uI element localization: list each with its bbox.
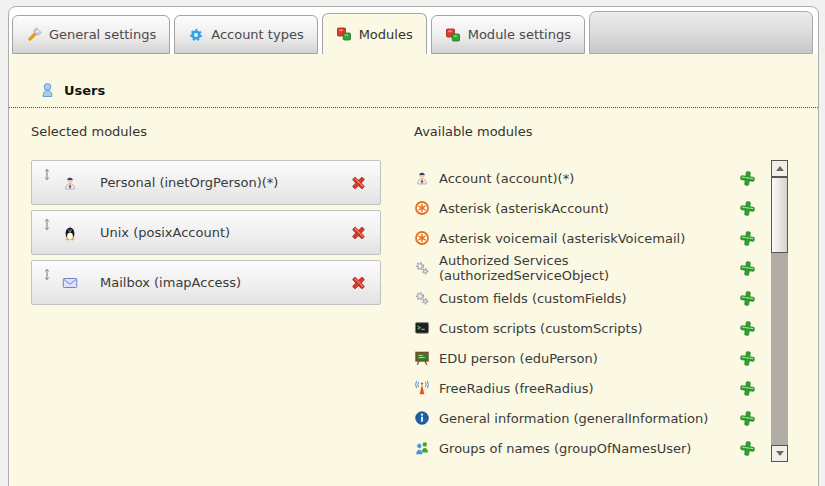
add-plus-icon [739,380,756,397]
add-module-button[interactable] [739,320,756,337]
available-module-row-general-information: General information (generalInformation) [414,403,771,433]
gear-icon [188,27,204,43]
add-module-button[interactable] [739,260,756,277]
scrollbar-up-button[interactable] [771,160,788,177]
add-plus-icon [739,260,756,277]
available-module-row-freeradius: FreeRadius (freeRadius) [414,373,771,403]
tab-label: General settings [49,27,156,42]
add-module-button[interactable] [739,380,756,397]
module-label: Asterisk (asteriskAccount) [439,201,739,216]
remove-module-button[interactable] [350,174,367,191]
module-label: Custom fields (customFields) [439,291,739,306]
delete-x-icon [350,174,367,191]
wrench-icon [26,27,42,43]
module-label: FreeRadius (freeRadius) [439,381,739,396]
mail-icon [62,275,78,291]
tab-modules[interactable]: Modules [322,13,427,54]
drag-handle-icon[interactable] [42,218,52,231]
drag-handle-icon[interactable] [42,268,52,281]
tab-bar: General settings Account types Modules M… [9,7,818,54]
available-modules-label: Available modules [414,124,788,139]
module-label: EDU person (eduPerson) [439,351,739,366]
tab-label: Account types [211,27,303,42]
drag-handle-icon[interactable] [42,168,52,181]
add-module-button[interactable] [739,230,756,247]
info-icon [414,410,430,426]
selected-module-row-unix[interactable]: Unix (posixAccount) [31,210,381,255]
tab-account-types[interactable]: Account types [174,15,317,54]
asterisk-icon [414,230,430,246]
selected-modules-list: Personal (inetOrgPerson)(*) Unix (posixA… [31,160,381,305]
tab-label: Module settings [468,27,571,42]
add-plus-icon [739,440,756,457]
delete-x-icon [350,274,367,291]
add-module-button[interactable] [739,350,756,367]
module-label: Groups of names (groupOfNamesUser) [439,441,739,456]
available-module-row-account: Account (account)(*) [414,163,771,193]
users-section-heading: Users [9,82,818,108]
modules-icon [336,26,352,42]
modules-tab-content: Users Selected modules Personal (inetOrg… [9,54,818,486]
module-label: Authorized Services (authorizedServiceOb… [439,253,739,283]
available-module-row-groups-of-names: Groups of names (groupOfNamesUser) [414,433,771,463]
module-label: Account (account)(*) [439,171,739,186]
module-label: Custom scripts (customScripts) [439,321,739,336]
add-module-button[interactable] [739,290,756,307]
add-module-button[interactable] [739,410,756,427]
remove-module-button[interactable] [350,224,367,241]
add-plus-icon [739,170,756,187]
scrollbar-down-button[interactable] [771,445,788,462]
available-module-row-custom-fields: Custom fields (customFields) [414,283,771,313]
radio-antenna-icon [414,380,430,396]
available-module-row-authorized-services: Authorized Services (authorizedServiceOb… [414,253,771,283]
module-label: Mailbox (imapAccess) [100,275,241,290]
person-icon [62,175,78,191]
add-plus-icon [739,350,756,367]
module-label: Asterisk voicemail (asteriskVoicemail) [439,231,739,246]
gears-icon [414,290,430,306]
add-plus-icon [739,200,756,217]
settings-panel: General settings Account types Modules M… [8,6,819,486]
delete-x-icon [350,224,367,241]
module-label: General information (generalInformation) [439,411,739,426]
tab-general-settings[interactable]: General settings [12,15,170,54]
tab-bar-filler [589,11,813,54]
available-module-row-custom-scripts: Custom scripts (customScripts) [414,313,771,343]
add-plus-icon [739,290,756,307]
tab-label: Modules [359,27,413,42]
available-modules-scrollbar[interactable] [771,160,788,462]
arrow-up-icon [776,166,784,171]
add-module-button[interactable] [739,170,756,187]
available-module-row-asterisk: Asterisk (asteriskAccount) [414,193,771,223]
gears-icon [414,260,430,276]
module-label: Unix (posixAccount) [100,225,230,240]
arrow-down-icon [776,451,784,456]
selected-module-row-personal[interactable]: Personal (inetOrgPerson)(*) [31,160,381,205]
available-module-row-asterisk-voicemail: Asterisk voicemail (asteriskVoicemail) [414,223,771,253]
group-icon [414,440,430,456]
users-pawn-icon [39,82,56,99]
module-label: Personal (inetOrgPerson)(*) [100,175,278,190]
section-title: Users [64,83,105,98]
tab-module-settings[interactable]: Module settings [431,15,585,54]
selected-modules-label: Selected modules [31,124,381,139]
add-module-button[interactable] [739,200,756,217]
chalkboard-icon [414,350,430,366]
selected-module-row-mailbox[interactable]: Mailbox (imapAccess) [31,260,381,305]
add-module-button[interactable] [739,440,756,457]
asterisk-icon [414,200,430,216]
add-plus-icon [739,410,756,427]
add-plus-icon [739,230,756,247]
scrollbar-thumb[interactable] [771,177,788,253]
terminal-icon [414,320,430,336]
tux-icon [62,225,78,241]
modules-icon [445,27,461,43]
remove-module-button[interactable] [350,274,367,291]
add-plus-icon [739,320,756,337]
available-modules-list: Account (account)(*) Asterisk (asteriskA… [414,160,771,463]
person-icon [414,170,430,186]
available-module-row-edu-person: EDU person (eduPerson) [414,343,771,373]
